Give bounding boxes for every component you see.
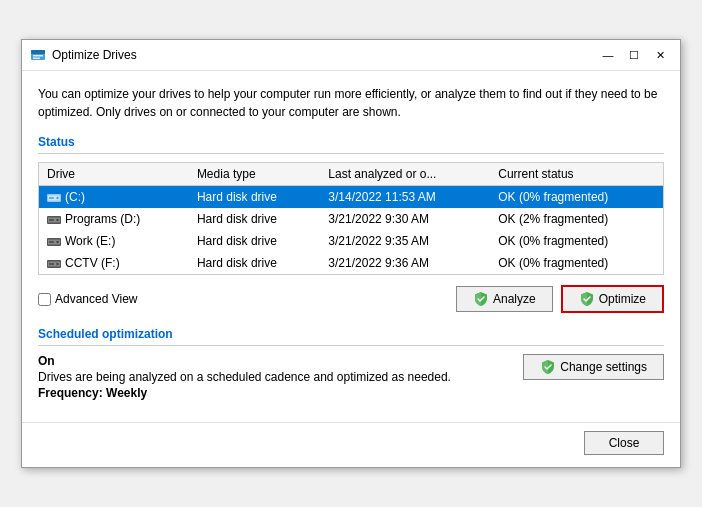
analyze-label: Analyze — [493, 292, 536, 306]
svg-rect-15 — [49, 241, 54, 243]
table-header-row: Drive Media type Last analyzed or o... C… — [39, 163, 664, 186]
drive-cell: (C:) — [39, 186, 189, 209]
drives-table: Drive Media type Last analyzed or o... C… — [38, 162, 664, 275]
col-status: Current status — [490, 163, 663, 186]
drive-cell: CCTV (F:) — [39, 252, 189, 275]
minimize-button[interactable]: — — [596, 46, 620, 64]
window-title: Optimize Drives — [52, 48, 596, 62]
last-analyzed-cell: 3/14/2022 11:53 AM — [320, 186, 490, 209]
svg-point-10 — [56, 219, 58, 221]
scheduled-description: Drives are being analyzed on a scheduled… — [38, 370, 523, 384]
drive-icon — [47, 236, 61, 248]
svg-rect-3 — [33, 58, 40, 60]
media-type-cell: Hard disk drive — [189, 208, 320, 230]
status-cell: OK (0% fragmented) — [490, 186, 663, 209]
footer: Close — [22, 422, 680, 467]
table-row[interactable]: CCTV (F:)Hard disk drive3/21/2022 9:36 A… — [39, 252, 664, 275]
table-row[interactable]: Work (E:)Hard disk drive3/21/2022 9:35 A… — [39, 230, 664, 252]
drive-icon — [47, 214, 61, 226]
table-row[interactable]: (C:)Hard disk drive3/14/2022 11:53 AMOK … — [39, 186, 664, 209]
col-drive: Drive — [39, 163, 189, 186]
last-analyzed-cell: 3/21/2022 9:30 AM — [320, 208, 490, 230]
change-settings-button[interactable]: Change settings — [523, 354, 664, 380]
description-text: You can optimize your drives to help you… — [38, 85, 664, 121]
maximize-button[interactable]: ☐ — [622, 46, 646, 64]
col-last-analyzed: Last analyzed or o... — [320, 163, 490, 186]
col-media-type: Media type — [189, 163, 320, 186]
change-settings-shield-icon — [540, 359, 556, 375]
svg-rect-19 — [49, 263, 54, 265]
svg-rect-2 — [33, 55, 43, 57]
optimize-button[interactable]: Optimize — [561, 285, 664, 313]
drive-cell: Work (E:) — [39, 230, 189, 252]
drive-icon — [47, 258, 61, 270]
analyze-button[interactable]: Analyze — [456, 286, 553, 312]
analyze-shield-icon — [473, 291, 489, 307]
scheduled-section: Scheduled optimization On Drives are bei… — [38, 327, 664, 400]
last-analyzed-cell: 3/21/2022 9:36 AM — [320, 252, 490, 275]
media-type-cell: Hard disk drive — [189, 186, 320, 209]
last-analyzed-cell: 3/21/2022 9:35 AM — [320, 230, 490, 252]
scheduled-status: On — [38, 354, 523, 368]
svg-point-6 — [56, 197, 58, 199]
main-content: You can optimize your drives to help you… — [22, 71, 680, 422]
optimize-drives-window: Optimize Drives — ☐ ✕ You can optimize y… — [21, 39, 681, 468]
drive-cell: Programs (D:) — [39, 208, 189, 230]
status-cell: OK (2% fragmented) — [490, 208, 663, 230]
svg-point-18 — [56, 263, 58, 265]
status-divider — [38, 153, 664, 154]
bottom-controls: Advanced View Analyze Optimize — [38, 285, 664, 313]
drive-icon — [47, 192, 61, 204]
svg-rect-11 — [49, 219, 54, 221]
optimize-label: Optimize — [599, 292, 646, 306]
close-button[interactable]: Close — [584, 431, 664, 455]
scheduled-section-label: Scheduled optimization — [38, 327, 664, 341]
optimize-shield-icon — [579, 291, 595, 307]
scheduled-info: On Drives are being analyzed on a schedu… — [38, 354, 523, 400]
status-cell: OK (0% fragmented) — [490, 230, 663, 252]
svg-point-14 — [56, 241, 58, 243]
advanced-view-checkbox[interactable] — [38, 293, 51, 306]
scheduled-header: On Drives are being analyzed on a schedu… — [38, 354, 664, 400]
advanced-view-label[interactable]: Advanced View — [38, 292, 448, 306]
close-window-button[interactable]: ✕ — [648, 46, 672, 64]
table-row[interactable]: Programs (D:)Hard disk drive3/21/2022 9:… — [39, 208, 664, 230]
status-cell: OK (0% fragmented) — [490, 252, 663, 275]
window-controls: — ☐ ✕ — [596, 46, 672, 64]
media-type-cell: Hard disk drive — [189, 230, 320, 252]
status-section-label: Status — [38, 135, 664, 149]
titlebar: Optimize Drives — ☐ ✕ — [22, 40, 680, 71]
svg-rect-7 — [49, 197, 54, 199]
scheduled-frequency: Frequency: Weekly — [38, 386, 523, 400]
change-settings-label: Change settings — [560, 360, 647, 374]
advanced-view-text: Advanced View — [55, 292, 138, 306]
scheduled-divider — [38, 345, 664, 346]
svg-rect-1 — [31, 50, 45, 54]
window-icon — [30, 47, 46, 63]
frequency-label: Frequency: — [38, 386, 103, 400]
frequency-value: Weekly — [106, 386, 147, 400]
media-type-cell: Hard disk drive — [189, 252, 320, 275]
